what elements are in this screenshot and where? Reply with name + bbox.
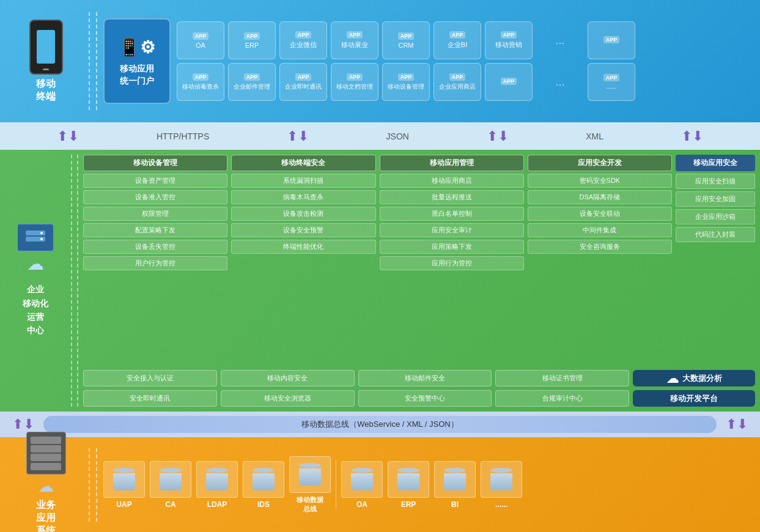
- server-unit: [31, 454, 61, 461]
- app-tag: APP: [449, 31, 466, 39]
- app-tag: APP: [501, 31, 517, 39]
- app-tag: APP: [347, 73, 363, 81]
- enterprise-section-label: 企业移动化运营中心: [23, 283, 48, 338]
- mobile-section-label: 移动终端: [36, 78, 56, 103]
- bus-section: ⬆⬇ 移动数据总线（WebService / XML / JSON） ⬆⬇: [0, 412, 760, 437]
- app-tag: APP: [244, 73, 260, 81]
- sys-label-mobile-bus: 移动数据总线: [297, 495, 323, 514]
- arrow-3: ⬆⬇: [487, 130, 509, 143]
- sys-oa: OA: [341, 461, 383, 509]
- db-icon: [160, 468, 182, 490]
- app-row-2: APP移动侦毒查杀 APP企业邮件管理 APP企业即时通讯 APP移动文档管理 …: [177, 63, 751, 101]
- app-erp: APPERP: [228, 21, 276, 59]
- app-name: 移动营销: [495, 40, 522, 50]
- db-cyl: [113, 468, 135, 473]
- module-item: 配置策略下发: [83, 223, 227, 237]
- server-unit: [31, 437, 61, 444]
- db-body: [397, 473, 419, 490]
- app-name: OA: [196, 42, 205, 49]
- db-body: [490, 473, 512, 490]
- db-cyl: [351, 468, 373, 473]
- protocol-http: HTTP/HTTPS: [157, 131, 209, 141]
- bus-arrow-left: ⬆⬇: [12, 418, 34, 431]
- app-blank: APP: [485, 63, 533, 101]
- middle-section: ☁ 企业移动化运营中心 移动设备管理 设备资产管理 设备准入管控 权限管理 配置…: [0, 150, 760, 412]
- sys-icon-mobile-bus: [289, 456, 331, 493]
- server-area: ☁ 业务应用系统: [9, 432, 83, 532]
- module-item: 中间件集成: [528, 223, 672, 237]
- app-doc-mgmt: APP移动文档管理: [331, 63, 378, 101]
- sys-icon-oa: [341, 461, 383, 498]
- module-item: 设备丢失管控: [83, 240, 227, 254]
- db-cyl: [444, 468, 466, 473]
- server-stack-icon: [26, 432, 66, 475]
- sys-icon-uap: [103, 461, 145, 498]
- sys-label-ldap: LDAP: [207, 500, 227, 509]
- module-alert-center: 安全预警中心: [358, 390, 492, 407]
- app-wechat: APP企业微信: [279, 21, 327, 59]
- db-body: [444, 473, 466, 490]
- app-tag: APP: [603, 36, 620, 43]
- arrow-right: ⬆⬇: [681, 130, 703, 143]
- module-sec-browser: 移动安全浏览器: [221, 390, 355, 407]
- right-item: 应用安全扫描: [676, 174, 755, 189]
- sys-icon-erp: [388, 461, 429, 498]
- app-mobile-biz: APP移动展业: [331, 21, 378, 59]
- db-body: [299, 468, 321, 486]
- app-store: APP企业应用商店: [433, 63, 481, 101]
- app-more-1: APP: [588, 21, 635, 59]
- modules-grid: 移动设备管理 设备资产管理 设备准入管控 权限管理 配置策略下发 设备丢失管控 …: [83, 155, 755, 366]
- cloud-icon-left: ☁: [27, 254, 44, 274]
- app-name: 移动设备管理: [388, 83, 424, 91]
- module-item: 应用策略下发: [380, 240, 524, 254]
- sys-icon-ids: [243, 461, 284, 498]
- protocol-xml: XML: [586, 131, 603, 141]
- module-col-device: 移动设备管理 设备资产管理 设备准入管控 权限管理 配置策略下发 设备丢失管控 …: [83, 155, 227, 366]
- sys-icon-ldap: [196, 461, 238, 498]
- sys-icon-ca: [150, 461, 191, 498]
- db-icon: [490, 468, 512, 490]
- dev-platform-label: 移动开发平台: [670, 393, 718, 404]
- cloud-icon-bottom: ☁: [38, 477, 54, 496]
- arrow-2: ⬆⬇: [287, 130, 309, 143]
- bus-label: 移动数据总线（WebService / XML / JSON）: [301, 419, 458, 430]
- app-tag: APP: [398, 32, 415, 40]
- right-item: 应用安全加固: [676, 191, 755, 207]
- module-item: 设备准入管控: [83, 190, 227, 204]
- app-device-mgmt: APP移动设备管理: [382, 63, 430, 101]
- mobile-device-area: 移动终端: [9, 20, 83, 103]
- db-icon: [113, 468, 135, 490]
- module-item: 设备资产管理: [83, 174, 227, 188]
- app-tag: APP: [193, 73, 209, 81]
- app-ellipsis: APP......: [588, 63, 635, 101]
- app-dots-2: ...: [536, 63, 584, 101]
- db-icon: [299, 463, 321, 486]
- app-tag: APP: [501, 78, 517, 85]
- app-row-1: APPOA APPERP APP企业微信 APP移动展业 APPCRM APP企…: [177, 21, 751, 59]
- module-item: 批量远程推送: [380, 190, 524, 204]
- module-compliance: 合规审计中心: [495, 390, 629, 407]
- bus-arrow-right: ⬆⬇: [726, 418, 748, 431]
- server-unit: [31, 445, 61, 453]
- db-cyl: [160, 468, 182, 473]
- db-cyl: [397, 468, 419, 473]
- dashed-orange-2: [96, 448, 97, 522]
- arrow-left: ⬆⬇: [57, 130, 79, 143]
- sys-label-uap: UAP: [116, 500, 131, 509]
- module-header-app: 移动应用管理: [380, 155, 524, 171]
- middle-content: 移动设备管理 设备资产管理 设备准入管控 权限管理 配置策略下发 设备丢失管控 …: [83, 155, 755, 407]
- db-cyl: [253, 468, 275, 473]
- dashed-divider-1: [89, 12, 90, 110]
- app-dots-1: ...: [536, 21, 584, 59]
- app-name: 移动侦毒查杀: [182, 83, 219, 91]
- protocol-section: ⬆⬇ HTTP/HTTPS ⬆⬇ JSON ⬆⬇ XML ⬆⬇: [0, 122, 760, 150]
- app-email-mgmt: APP企业邮件管理: [228, 63, 276, 101]
- sys-ids: IDS: [243, 461, 284, 509]
- module-item: 系统漏洞扫描: [231, 174, 375, 188]
- bottom-modules-row1: 安全接入与认证 移动内容安全 移动邮件安全 移动证书管理 ☁ 大数据分析: [83, 370, 755, 386]
- app-antivirus: APP移动侦毒查杀: [177, 63, 224, 101]
- portal-icon: 📱⚙: [119, 35, 155, 59]
- sys-label-bi: BI: [451, 500, 459, 509]
- db-body: [351, 473, 373, 490]
- server-cloud: ☁: [17, 224, 54, 274]
